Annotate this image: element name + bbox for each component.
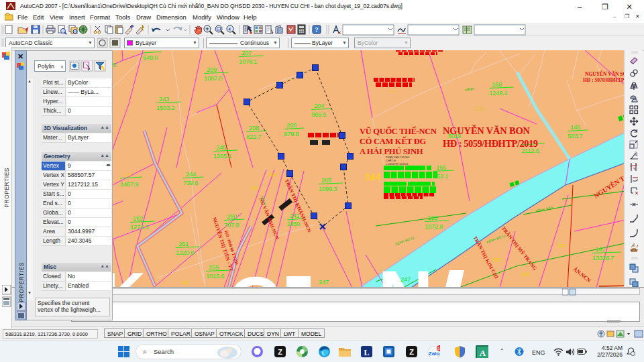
svg-text:241: 241	[290, 213, 299, 219]
svg-text:965.5: 965.5	[311, 111, 326, 118]
svg-text:707.8: 707.8	[224, 221, 239, 229]
svg-text:5+: 5+	[437, 347, 440, 351]
svg-text:2450: 2450	[287, 221, 300, 227]
svg-text:207: 207	[241, 50, 252, 56]
svg-text:935: 935	[492, 257, 501, 263]
svg-text:259: 259	[209, 263, 219, 271]
svg-text:244: 244	[186, 170, 196, 178]
svg-text:204: 204	[314, 102, 324, 109]
svg-text:206: 206	[286, 121, 297, 129]
svg-text:979.8: 979.8	[284, 130, 299, 137]
svg-text:163: 163	[427, 214, 437, 221]
svg-text:752.1: 752.1	[433, 172, 448, 180]
svg-text:L.0456789.123456: L.0456789.123456	[386, 162, 409, 166]
svg-text:L: L	[364, 348, 369, 357]
svg-text:1087.0: 1087.0	[204, 74, 222, 82]
svg-text:HĐ : 5059/HĐHTP/2019: HĐ : 5059/HĐHTP/2019	[443, 138, 538, 149]
svg-text:261: 261	[178, 240, 189, 247]
svg-text:245: 245	[181, 280, 189, 285]
svg-text:NGUYỄN VĂN SƠN: NGUYỄN VĂN SƠN	[585, 70, 624, 77]
svg-text:1265.1: 1265.1	[213, 152, 231, 160]
svg-text:146: 146	[570, 123, 580, 131]
svg-text:C: C	[228, 261, 280, 287]
svg-text:243: 243	[159, 95, 169, 103]
svg-text:Z: Z	[278, 348, 282, 356]
svg-text:17: 17	[391, 89, 396, 94]
svg-text:245: 245	[216, 143, 226, 151]
svg-text:Zalo: Zalo	[429, 351, 440, 357]
svg-text:5: 5	[113, 61, 116, 68]
svg-text:246: 246	[251, 186, 259, 190]
svg-text:HĐ : 5070/HĐHTP/20: HĐ : 5070/HĐHTP/20	[583, 77, 624, 83]
svg-text:168: 168	[492, 80, 502, 88]
svg-text:Z: Z	[409, 348, 414, 356]
svg-text:247: 247	[400, 276, 411, 283]
svg-text:165: 165	[436, 164, 446, 171]
svg-text:262: 262	[124, 172, 132, 177]
svg-text:209: 209	[207, 66, 217, 73]
svg-text:247: 247	[319, 278, 329, 286]
svg-text:739.6: 739.6	[183, 179, 198, 186]
svg-text:NGUYỄN VĂN BON: NGUYỄN VĂN BON	[443, 125, 531, 136]
svg-text:549.0: 549.0	[143, 54, 158, 61]
svg-text:?: ?	[315, 26, 319, 34]
svg-text:208: 208	[249, 124, 259, 131]
svg-text:923: 923	[521, 272, 531, 278]
svg-text:503.7: 503.7	[568, 132, 582, 139]
svg-text:260: 260	[227, 213, 237, 220]
svg-text:1274.3: 1274.3	[130, 223, 148, 231]
svg-text:1249.1: 1249.1	[489, 89, 507, 97]
svg-text:308: 308	[269, 172, 277, 177]
svg-text:164: 164	[365, 172, 381, 182]
svg-text:1078.1: 1078.1	[239, 58, 257, 65]
svg-text:147: 147	[595, 245, 605, 253]
svg-text:13326.7: 13326.7	[592, 254, 614, 261]
svg-text:205: 205	[321, 176, 331, 184]
svg-text:1072.8: 1072.8	[425, 223, 443, 230]
svg-text:262: 262	[133, 215, 143, 222]
svg-text:1015.6: 1015.6	[206, 272, 224, 280]
svg-text:1099.3: 1099.3	[319, 185, 337, 192]
svg-text:A HẢI PHÚ SINH: A HẢI PHÚ SINH	[360, 147, 423, 156]
svg-text:CÓ CAM KẾT ĐG: CÓ CAM KẾT ĐG	[360, 136, 427, 146]
svg-text:937: 937	[557, 243, 567, 249]
svg-text:K: K	[113, 261, 146, 287]
svg-text:1503.2: 1503.2	[156, 104, 174, 111]
svg-text:1467.9: 1467.9	[120, 180, 138, 188]
svg-text:VŨ QUỐC THẾ-NCN: VŨ QUỐC THẾ-NCN	[360, 126, 437, 136]
svg-text:A: A	[480, 348, 486, 358]
svg-text:108: 108	[474, 105, 484, 112]
svg-text:1220.6: 1220.6	[176, 249, 194, 256]
svg-text:822.7: 822.7	[246, 133, 261, 140]
